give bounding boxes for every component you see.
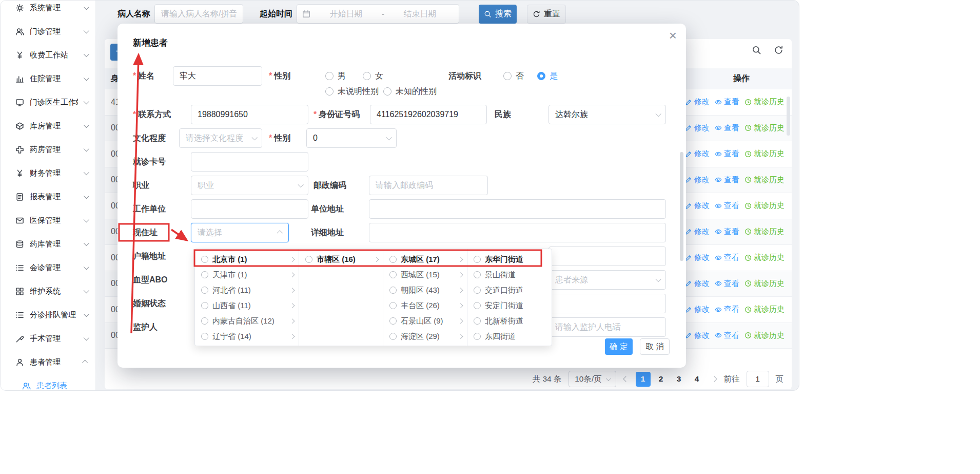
start-date-placeholder[interactable]: 开始日期	[312, 9, 380, 20]
field-education-select[interactable]: 请选择文化程度	[179, 128, 262, 148]
sidebar-item-outpatient[interactable]: 门诊管理	[1, 20, 95, 43]
modal-scrollbar[interactable]	[680, 152, 683, 261]
edit-link[interactable]: 修改	[685, 201, 710, 211]
view-link[interactable]: 查看	[715, 305, 739, 314]
view-link[interactable]: 查看	[715, 279, 739, 289]
sidebar-item-finance[interactable]: 财务管理	[1, 161, 95, 185]
table-refresh-icon[interactable]	[774, 45, 783, 55]
cascader-option[interactable]: 交道口街道	[467, 282, 552, 298]
history-link[interactable]: 就诊历史	[744, 201, 785, 211]
sidebar-item-surgery[interactable]: 手术管理	[1, 327, 95, 350]
page-button-4[interactable]: 4	[690, 372, 704, 387]
cascader-option[interactable]: 内蒙古自治区 (12)	[195, 313, 299, 329]
end-date-placeholder[interactable]: 结束日期	[386, 9, 454, 20]
cascader-option[interactable]: 河北省 (11)	[195, 282, 299, 298]
page-button-3[interactable]: 3	[672, 372, 687, 387]
view-link[interactable]: 查看	[715, 331, 739, 340]
cascader-option[interactable]: 景山街道	[467, 267, 552, 282]
sidebar-item-patient[interactable]: 患者管理	[1, 350, 95, 374]
view-link[interactable]: 查看	[715, 253, 739, 262]
radio-gender_radio-0[interactable]: 男	[325, 71, 346, 81]
edit-link[interactable]: 修改	[685, 149, 710, 159]
history-link[interactable]: 就诊历史	[744, 97, 785, 107]
history-link[interactable]: 就诊历史	[744, 227, 785, 237]
sidebar-item-maintenance[interactable]: 维护系统	[1, 279, 95, 303]
cancel-button[interactable]: 取 消	[640, 338, 670, 355]
page-button-2[interactable]: 2	[654, 372, 669, 387]
cascader-option[interactable]: 北京市 (1)	[195, 252, 299, 267]
field-id_number-input[interactable]: 411625192602039719	[370, 105, 487, 124]
sidebar-item-reports[interactable]: 报表管理	[1, 185, 95, 208]
edit-link[interactable]: 修改	[685, 253, 710, 262]
cascader-option[interactable]: 安定门街道	[467, 298, 552, 313]
history-link[interactable]: 就诊历史	[744, 305, 785, 314]
edit-link[interactable]: 修改	[685, 305, 710, 314]
field-ethnicity-select[interactable]: 达斡尔族	[548, 105, 666, 124]
view-link[interactable]: 查看	[715, 227, 739, 237]
field-contact-input[interactable]: 19880991650	[191, 105, 308, 124]
goto-page-input[interactable]: 1	[747, 371, 769, 387]
view-link[interactable]: 查看	[715, 201, 739, 211]
page-button-1[interactable]: 1	[636, 372, 651, 387]
radio-gender_radio-3[interactable]: 未知的性别	[383, 86, 437, 97]
sidebar-item-inpatient[interactable]: 住院管理	[1, 67, 95, 90]
table-search-icon[interactable]	[752, 45, 761, 55]
field-unit_address-input[interactable]	[369, 199, 666, 219]
radio-active_flag-1[interactable]: 是	[537, 71, 558, 81]
date-range-picker[interactable]: 开始日期 - 结束日期	[297, 4, 459, 24]
sidebar-item-drug-storage[interactable]: 药库管理	[1, 232, 95, 256]
sidebar-item-triage-queue[interactable]: 分诊排队管理	[1, 303, 95, 327]
cascader-option[interactable]: 辽宁省 (14)	[195, 329, 299, 344]
field-patient_source-select[interactable]: 患者来源	[548, 270, 666, 290]
field-detail_address-input[interactable]	[369, 223, 666, 242]
table-scrollbar[interactable]	[787, 97, 790, 136]
cascader-option[interactable]: 市辖区 (16)	[299, 252, 383, 267]
edit-link[interactable]: 修改	[685, 175, 710, 185]
radio-gender_radio-2[interactable]: 未说明性别	[325, 86, 379, 97]
cascader-option[interactable]: 东城区 (17)	[383, 252, 467, 267]
sidebar-item-patient-list[interactable]: 患者列表	[1, 374, 95, 390]
cascader-option[interactable]: 石景山区 (9)	[383, 313, 467, 329]
cascader-option[interactable]: 东四街道	[467, 329, 552, 344]
radio-active_flag-0[interactable]: 否	[503, 71, 524, 81]
field-gender_select-select[interactable]: 0	[306, 128, 397, 148]
cascader-option[interactable]: 丰台区 (26)	[383, 298, 467, 313]
edit-link[interactable]: 修改	[685, 227, 710, 237]
field-name-input[interactable]: 牢大	[173, 66, 262, 86]
cascader-option[interactable]: 北新桥街道	[467, 313, 552, 329]
next-page-button[interactable]	[711, 377, 717, 381]
patient-name-input[interactable]: 请输入病人名称/拼音码/病人ID	[154, 4, 243, 24]
edit-link[interactable]: 修改	[685, 97, 710, 107]
prev-page-button[interactable]	[623, 377, 629, 381]
edit-link[interactable]: 修改	[685, 331, 710, 340]
radio-gender_radio-1[interactable]: 女	[363, 71, 383, 81]
edit-link[interactable]: 修改	[685, 279, 710, 289]
sidebar-item-insurance[interactable]: 医保管理	[1, 208, 95, 232]
view-link[interactable]: 查看	[715, 97, 739, 107]
sidebar-item-charging-station[interactable]: 收费工作站	[1, 43, 95, 67]
cascader-option[interactable]: 西城区 (15)	[383, 267, 467, 282]
confirm-button[interactable]: 确 定	[605, 338, 633, 355]
history-link[interactable]: 就诊历史	[744, 279, 785, 289]
reset-button[interactable]: 重置	[527, 5, 566, 24]
field-work_unit-input[interactable]	[191, 199, 308, 219]
view-link[interactable]: 查看	[715, 123, 739, 133]
field-row10_right-input[interactable]	[548, 294, 666, 313]
modal-close-button[interactable]: ×	[669, 29, 677, 42]
sidebar-item-system[interactable]: 系统管理	[1, 1, 95, 20]
cascader-option[interactable]: 天津市 (1)	[195, 267, 299, 282]
cascader-option[interactable]: 山西省 (11)	[195, 298, 299, 313]
view-link[interactable]: 查看	[715, 149, 739, 159]
field-visit_card-input[interactable]	[191, 152, 308, 172]
cascader-option[interactable]: 海淀区 (29)	[383, 329, 467, 344]
history-link[interactable]: 就诊历史	[744, 253, 785, 262]
sidebar-item-pharmacy[interactable]: 药房管理	[1, 138, 95, 161]
field-postal_code-input[interactable]: 请输入邮政编码	[369, 176, 488, 195]
view-link[interactable]: 查看	[715, 175, 739, 185]
edit-link[interactable]: 修改	[685, 123, 710, 133]
sidebar-item-consultation[interactable]: 会诊管理	[1, 256, 95, 279]
page-size-select[interactable]: 10条/页	[569, 371, 616, 387]
history-link[interactable]: 就诊历史	[744, 331, 785, 340]
field-occupation-select[interactable]: 职业	[191, 176, 308, 195]
sidebar-item-doctor-station[interactable]: 门诊医生工作站	[1, 90, 95, 114]
